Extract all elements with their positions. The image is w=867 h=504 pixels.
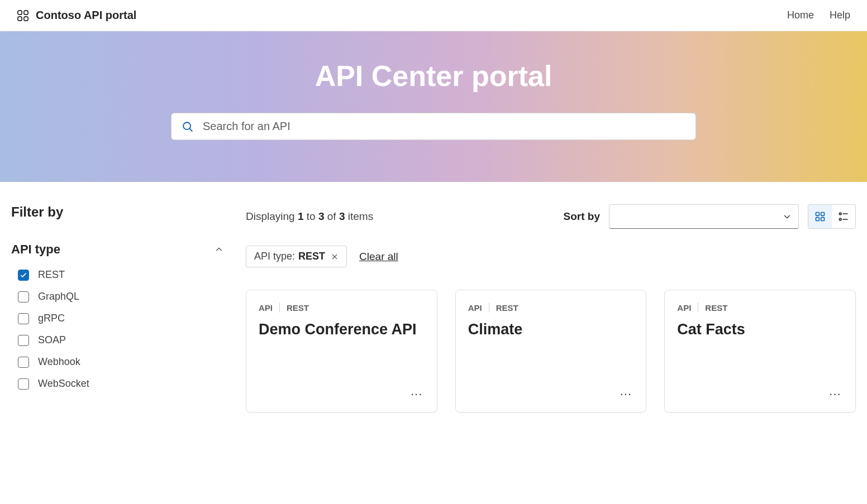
svg-rect-10 [840,213,841,214]
card-tags: API REST [677,303,843,313]
clear-all-button[interactable]: Clear all [359,251,398,263]
main: Filter by API type REST GraphQL [0,182,867,435]
sort-select[interactable] [609,204,799,229]
brand[interactable]: Contoso API portal [17,9,136,22]
api-card[interactable]: API REST Cat Facts ··· [664,290,856,412]
filter-label: SOAP [38,334,66,346]
divider [698,303,698,313]
brand-name: Contoso API portal [36,9,136,22]
filter-option-soap[interactable]: SOAP [18,334,223,346]
card-footer: ··· [468,386,634,402]
card-tag-api: API [259,303,273,313]
filter-label: gRPC [38,313,65,324]
svg-rect-3 [24,16,28,20]
grid-view-button[interactable] [808,205,832,228]
displaying-text: Displaying 1 to 3 of 3 items [246,210,373,223]
sidebar: Filter by API type REST GraphQL [11,204,223,412]
filter-label: GraphQL [38,291,79,303]
filter-label: Webhook [38,356,80,368]
checkbox-icon [18,378,29,390]
filter-option-webhook[interactable]: Webhook [18,356,223,368]
card-footer: ··· [259,386,425,402]
filter-group-title: API type [11,242,60,257]
filter-label: WebSocket [38,378,89,390]
filter-group-api-type: API type REST GraphQL gRP [11,242,223,390]
svg-rect-12 [840,218,841,220]
content-header: Displaying 1 to 3 of 3 items Sort by [246,204,856,229]
close-icon[interactable] [331,253,339,261]
content: Displaying 1 to 3 of 3 items Sort by [246,204,856,412]
nav-help[interactable]: Help [830,9,850,21]
filter-chips-row: API type: REST Clear all [246,246,856,267]
card-title: Demo Conference API [259,320,425,339]
checkbox-icon [18,313,29,324]
hero: API Center portal [0,31,867,182]
list-view-button[interactable] [832,205,855,228]
hero-title: API Center portal [315,59,552,93]
card-tag-type: REST [705,303,727,313]
checkbox-icon [18,335,29,346]
search-input[interactable] [203,120,685,133]
chip-label: API type: [254,251,295,262]
checkbox-icon [18,357,29,368]
svg-rect-9 [821,218,825,221]
divider [279,303,280,313]
cards-grid: API REST Demo Conference API ··· API RES… [246,290,856,412]
top-nav: Contoso API portal Home Help [0,0,867,31]
chevron-down-icon [783,212,792,221]
more-icon[interactable]: ··· [827,386,843,402]
card-tag-type: REST [287,303,309,313]
card-tag-api: API [677,303,691,313]
list-view-icon [838,211,849,222]
nav-home[interactable]: Home [787,9,814,21]
svg-rect-1 [24,10,28,14]
svg-rect-7 [821,213,825,216]
more-icon[interactable]: ··· [618,386,633,402]
checkbox-checked-icon [18,270,29,281]
nav-links: Home Help [787,9,850,21]
api-card[interactable]: API REST Demo Conference API ··· [246,290,437,412]
chevron-up-icon [215,245,223,254]
content-header-right: Sort by [564,204,856,229]
search-icon [182,121,194,133]
filter-option-websocket[interactable]: WebSocket [18,378,223,390]
filter-label: REST [38,269,65,281]
app-logo-icon [17,9,29,22]
card-tag-api: API [468,303,482,313]
api-card[interactable]: API REST Climate ··· [455,290,647,412]
divider [489,303,489,313]
chip-value: REST [298,251,325,262]
svg-rect-0 [18,10,22,14]
card-footer: ··· [677,386,843,402]
filter-option-graphql[interactable]: GraphQL [18,291,223,303]
svg-rect-8 [816,218,820,221]
svg-point-4 [183,122,190,129]
sort-by-label: Sort by [564,210,600,223]
card-title: Cat Facts [677,320,843,339]
filter-by-heading: Filter by [11,204,223,220]
filter-group-toggle[interactable]: API type [11,242,223,257]
card-tags: API REST [468,303,634,313]
svg-rect-6 [816,213,820,216]
grid-view-icon [814,211,826,222]
card-tag-type: REST [496,303,518,313]
view-toggle [808,204,856,229]
checkbox-icon [18,291,29,303]
filter-chip-api-type[interactable]: API type: REST [246,246,347,267]
filter-option-grpc[interactable]: gRPC [18,313,223,324]
svg-rect-2 [18,16,22,20]
filter-option-rest[interactable]: REST [18,269,223,281]
more-icon[interactable]: ··· [409,386,425,402]
card-tags: API REST [259,303,425,313]
filter-options: REST GraphQL gRPC SOAP Webhook [11,269,223,390]
svg-line-5 [190,128,193,131]
search-box[interactable] [171,113,696,140]
card-title: Climate [468,320,634,339]
